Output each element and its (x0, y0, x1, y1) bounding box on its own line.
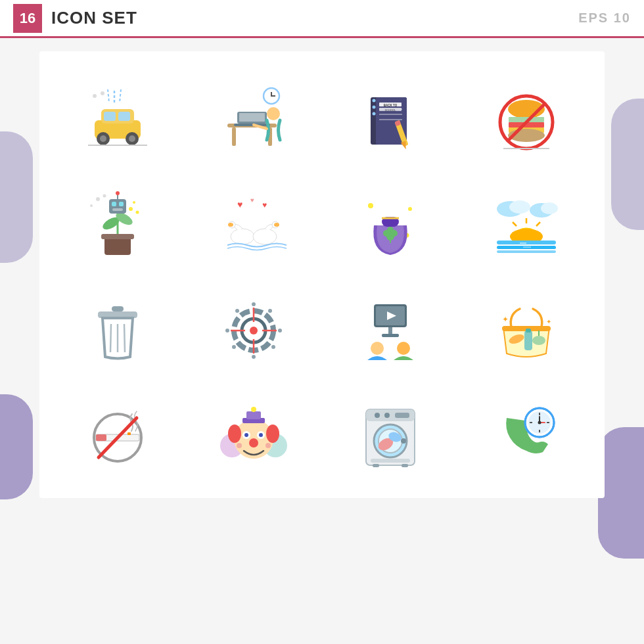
svg-point-121 (371, 342, 384, 355)
icon-love-birds: ♥ ♥ ♥ (189, 176, 319, 275)
svg-point-113 (268, 309, 272, 313)
svg-point-72 (274, 223, 279, 227)
svg-point-7 (100, 135, 106, 142)
svg-point-67 (231, 229, 254, 244)
svg-rect-5 (118, 112, 130, 121)
svg-rect-55 (109, 199, 126, 214)
svg-point-104 (225, 329, 229, 333)
svg-rect-156 (395, 413, 409, 418)
icon-remote-work (189, 71, 319, 170)
icon-video-audience (325, 281, 455, 380)
icon-lucky-bag (325, 176, 455, 275)
svg-rect-125 (524, 331, 532, 350)
svg-line-100 (124, 324, 125, 352)
icon-washing-machine (325, 386, 455, 485)
svg-rect-18 (232, 127, 236, 146)
svg-point-143 (244, 433, 248, 437)
svg-rect-164 (402, 464, 408, 467)
svg-text:✦: ✦ (546, 318, 551, 325)
svg-point-112 (235, 309, 239, 313)
svg-point-1 (101, 91, 104, 95)
svg-point-155 (384, 413, 390, 418)
icon-car-wash (53, 71, 183, 170)
svg-line-12 (120, 89, 121, 103)
svg-point-127 (532, 336, 545, 345)
icon-no-smoking (53, 386, 183, 485)
header: 16 ICON SET EPS 10 (0, 0, 644, 38)
svg-point-63 (135, 211, 139, 214)
svg-rect-96 (112, 306, 124, 311)
svg-rect-93 (497, 250, 556, 253)
svg-rect-119 (388, 327, 392, 334)
svg-point-86 (541, 202, 558, 214)
header-eps: EPS 10 (578, 11, 631, 26)
icon-back-to-school: BACK TO SCHOOL (325, 71, 455, 170)
bg-shape-right2 (598, 427, 644, 559)
svg-point-122 (397, 342, 410, 355)
svg-point-145 (249, 438, 258, 448)
svg-point-115 (271, 345, 275, 349)
svg-rect-57 (119, 202, 124, 206)
icon-grid: BACK TO SCHOOL (53, 71, 591, 485)
svg-point-150 (251, 407, 256, 412)
svg-rect-4 (104, 112, 116, 121)
svg-rect-50 (104, 237, 131, 255)
svg-point-173 (538, 421, 541, 425)
svg-rect-133 (96, 434, 106, 441)
header-number: 16 (13, 4, 42, 33)
svg-point-9 (129, 135, 135, 142)
svg-point-80 (387, 227, 394, 233)
svg-point-69 (228, 223, 233, 227)
svg-line-98 (110, 324, 111, 352)
icon-no-burger (462, 71, 592, 170)
bg-shape-right (611, 99, 644, 230)
svg-point-48 (103, 195, 106, 198)
svg-point-140 (266, 425, 279, 443)
svg-point-73 (368, 203, 373, 208)
svg-rect-58 (112, 208, 123, 211)
svg-point-61 (129, 207, 133, 211)
svg-point-62 (133, 201, 135, 204)
svg-text:♥: ♥ (262, 200, 267, 210)
svg-rect-22 (234, 124, 270, 126)
svg-point-84 (509, 200, 530, 214)
svg-point-49 (90, 204, 93, 207)
svg-point-161 (401, 438, 406, 444)
svg-point-144 (259, 433, 263, 437)
svg-point-103 (252, 355, 256, 359)
svg-rect-126 (526, 329, 531, 333)
svg-line-90 (536, 222, 540, 226)
svg-text:SCHOOL: SCHOOL (384, 108, 396, 112)
bg-shape-left (0, 131, 33, 263)
svg-text:♥: ♥ (250, 196, 254, 204)
svg-line-89 (513, 222, 517, 226)
svg-rect-120 (382, 334, 399, 337)
svg-point-0 (93, 94, 97, 98)
icon-sunset (462, 176, 592, 275)
icon-trash (53, 281, 183, 380)
svg-rect-163 (373, 464, 379, 467)
svg-rect-91 (497, 241, 556, 244)
svg-point-111 (250, 327, 258, 334)
icon-clown (189, 386, 319, 485)
svg-text:BACK TO: BACK TO (384, 104, 398, 107)
svg-rect-162 (371, 459, 410, 463)
svg-point-147 (265, 443, 271, 448)
icon-call-time (462, 386, 592, 485)
svg-point-70 (253, 229, 277, 244)
svg-point-114 (232, 345, 236, 349)
svg-point-74 (408, 207, 412, 211)
svg-text:✦: ✦ (502, 315, 509, 324)
main-content: BACK TO SCHOOL (39, 51, 605, 498)
svg-point-23 (267, 107, 280, 120)
svg-rect-56 (112, 202, 116, 206)
svg-text:♥: ♥ (237, 199, 242, 210)
svg-point-35 (372, 112, 375, 116)
icon-robot-plant (53, 176, 183, 275)
header-title: ICON SET (51, 8, 137, 28)
svg-rect-134 (127, 432, 131, 435)
svg-line-13 (108, 89, 109, 103)
svg-point-33 (372, 99, 375, 103)
icon-shopping-basket: ✦ ✦ (462, 281, 592, 380)
bg-shape-left2 (0, 394, 33, 499)
